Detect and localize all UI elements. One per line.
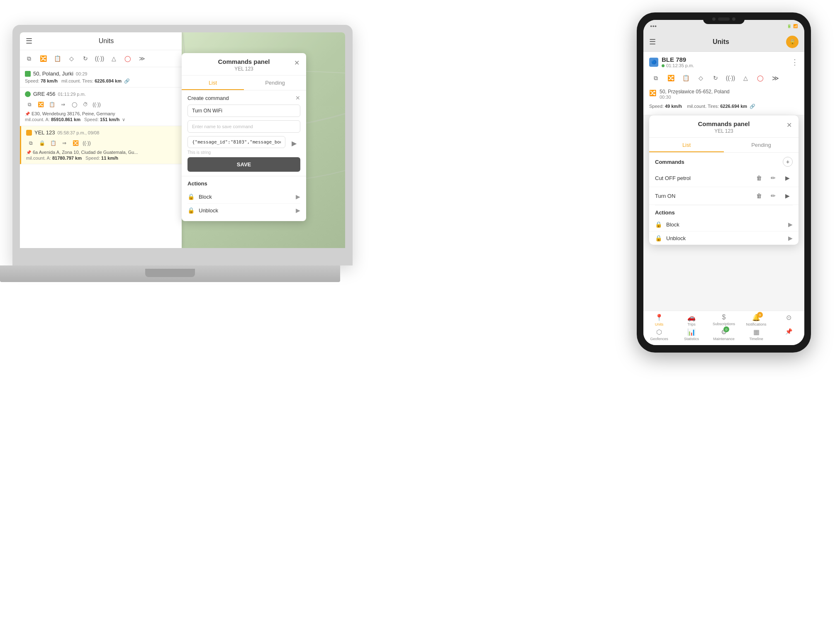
laptop-screen: San Juan Guatemala Cobán Alta Verapaz ☰ …	[20, 32, 345, 248]
nav-statistics-label: Statistics	[684, 337, 699, 341]
phone-tab-pending[interactable]: Pending	[724, 138, 799, 152]
address-pin-icon-3: 📌	[26, 150, 31, 155]
phone-toolbar-row: ⧉ 🔀 📋 ◇ ↻ ((·)) △ ◯ ≫	[649, 68, 799, 86]
nav-maintenance-label: Maintenance	[713, 337, 735, 341]
phone-wifi-icon[interactable]: ((·))	[724, 71, 737, 85]
phone-timer-icon[interactable]: ↻	[709, 71, 722, 85]
route-icon[interactable]: 🔀	[37, 53, 49, 64]
send-cmd-2[interactable]: ▶	[782, 190, 793, 201]
wifi-icon-2[interactable]: ((·))	[92, 100, 101, 109]
panel-close-laptop[interactable]: ✕	[292, 58, 301, 67]
add-command-button[interactable]: +	[783, 157, 793, 167]
payload-send-button[interactable]: ▶	[288, 137, 300, 149]
history-icon-2[interactable]: 📋	[47, 100, 56, 109]
tab-pending-laptop[interactable]: Pending	[244, 75, 306, 90]
phone-address-text: 50, Przęsławice 05-652, Poland	[660, 89, 730, 95]
unit-status-icon-3	[26, 130, 32, 136]
save-command-button[interactable]: SAVE	[187, 157, 300, 172]
triangle-icon[interactable]: △	[108, 53, 119, 64]
route-icon-2[interactable]: 🔀	[36, 100, 45, 109]
phone-action-block[interactable]: 🔒 Block ▶	[649, 218, 799, 231]
action-unblock-laptop[interactable]: 🔒 Unblock ▶	[187, 204, 300, 217]
nav-geofences-icon: ⬡	[656, 328, 662, 336]
phone-route-icon[interactable]: 🔀	[664, 71, 677, 85]
unit-card-2[interactable]: GRE 456 01:11:29 p.m. ⧉ 🔀 📋 ⇒ ◯ ⏱ ((·)) …	[20, 88, 182, 126]
nav-units[interactable]: 📍 Units	[643, 314, 675, 326]
nav-maintenance[interactable]: ⚙ 0 Maintenance	[708, 328, 740, 341]
copy-icon[interactable]: ⧉	[23, 53, 35, 64]
arrow-right-icon[interactable]: ≫	[136, 53, 148, 64]
command-name-input[interactable]	[187, 120, 300, 133]
phone-diamond-icon[interactable]: ◇	[694, 71, 707, 85]
nav-notifications-label: Notifications	[746, 322, 766, 326]
phone-panel-subtitle: YEL 123	[656, 128, 792, 134]
phone-header: ☰ Units 🔒	[643, 32, 804, 52]
nav-statistics[interactable]: 📊 Statistics	[676, 328, 707, 341]
command-name-1: Cut OFF petrol	[655, 175, 754, 181]
unit-address-text-2: E30, Wendeburg 38176, Peine, Germany	[32, 111, 115, 116]
nav-notifications[interactable]: 🔔 9 Notifications	[740, 314, 772, 326]
block-arrow-icon: ▶	[296, 193, 300, 200]
create-command-close[interactable]: ✕	[295, 95, 300, 101]
unit-more-icon[interactable]: ⋮	[791, 58, 799, 67]
clock-icon-2[interactable]: ⏱	[81, 100, 90, 109]
phone-tab-list[interactable]: List	[649, 138, 724, 152]
nav-trips[interactable]: 🚗 Trips	[676, 314, 707, 326]
alert-icon[interactable]: ◯	[122, 53, 134, 64]
track-icon-3[interactable]: ⇒	[60, 139, 69, 148]
nav-subscriptions[interactable]: $ Subscriptions	[708, 314, 740, 326]
unit-stats-3: mil.count. A: 81780.797 km Speed: 11 km/…	[26, 156, 177, 161]
payload-input[interactable]	[187, 136, 285, 148]
diamond-icon[interactable]: ◇	[66, 53, 77, 64]
history-icon-3[interactable]: 📋	[49, 139, 58, 148]
commands-list-title: Commands	[655, 159, 684, 165]
wifi-icon[interactable]: ((·))	[94, 53, 105, 64]
sidebar-header: ☰ Units	[20, 32, 182, 50]
name-field-group	[187, 105, 300, 117]
nav-pin-icon: 📌	[785, 328, 792, 335]
nav-timeline[interactable]: ▦ Timeline	[740, 328, 772, 341]
phone-header-title: Units	[713, 38, 729, 46]
action-block-laptop[interactable]: 🔒 Block ▶	[187, 190, 300, 204]
phone-block-lock-icon: 🔒	[655, 221, 662, 228]
edit-cmd-2[interactable]: ✏	[768, 190, 779, 201]
delete-cmd-1[interactable]: 🗑	[754, 173, 765, 183]
phone-panel-header: Commands panel YEL 123 ✕	[649, 115, 799, 138]
unblock-label: Unblock	[199, 207, 218, 214]
phone-history-icon[interactable]: 📋	[679, 71, 692, 85]
nav-pin[interactable]: 📌	[773, 328, 804, 341]
tab-list-laptop[interactable]: List	[182, 75, 244, 90]
address-pin-icon-2: 📌	[25, 112, 30, 116]
unit-card-1[interactable]: 50, Poland, Jurki 00:29 Speed: 78 km/h m…	[20, 67, 182, 88]
phone-forward-icon[interactable]: ≫	[769, 71, 782, 85]
create-command-section: Create command ✕ ▶ This is string SA	[182, 90, 306, 176]
phone-action-unblock[interactable]: 🔒 Unblock ▶	[649, 231, 799, 245]
unit-card-3[interactable]: YEL 123 05:58:37 p.m., 09/08 ⧉ 🔒 📋 ⇒ 🔀 (…	[20, 126, 182, 164]
wifi-icon-3[interactable]: ((·))	[82, 139, 91, 148]
route-icon-3[interactable]: 🔀	[71, 139, 80, 148]
refresh-icon[interactable]: ↻	[80, 53, 91, 64]
nav-geofences[interactable]: ⬡ Geofences	[643, 328, 675, 341]
circle-icon-2[interactable]: ◯	[70, 100, 79, 109]
track-icon-2[interactable]: ⇒	[58, 100, 68, 109]
send-cmd-1[interactable]: ▶	[782, 173, 793, 183]
nav-subscriptions-label: Subscriptions	[713, 322, 735, 326]
avatar-icon: 🔒	[789, 39, 796, 45]
phone-hamburger-icon[interactable]: ☰	[649, 37, 656, 46]
phone-triangle-icon[interactable]: △	[739, 71, 752, 85]
hamburger-icon[interactable]: ☰	[26, 37, 32, 46]
edit-cmd-1[interactable]: ✏	[768, 173, 779, 183]
copy-icon-3[interactable]: ⧉	[26, 139, 35, 148]
phone-panel-close[interactable]: ✕	[784, 120, 794, 129]
phone-avatar[interactable]: 🔒	[786, 36, 799, 48]
nav-extra[interactable]: ⊙	[773, 314, 804, 326]
history-icon[interactable]: 📋	[51, 53, 63, 64]
phone-screen: ●●● 🔋 📶 ☰ Units 🔒 🔵	[643, 20, 804, 345]
name-to-save-input[interactable]	[187, 105, 300, 117]
phone-copy-icon[interactable]: ⧉	[649, 71, 662, 85]
copy-icon-2[interactable]: ⧉	[25, 100, 34, 109]
delete-cmd-2[interactable]: 🗑	[754, 190, 765, 201]
phone-alert-icon[interactable]: ◯	[754, 71, 767, 85]
lock-icon-3[interactable]: 🔒	[37, 139, 46, 148]
nav-extra-icon: ⊙	[786, 314, 791, 321]
